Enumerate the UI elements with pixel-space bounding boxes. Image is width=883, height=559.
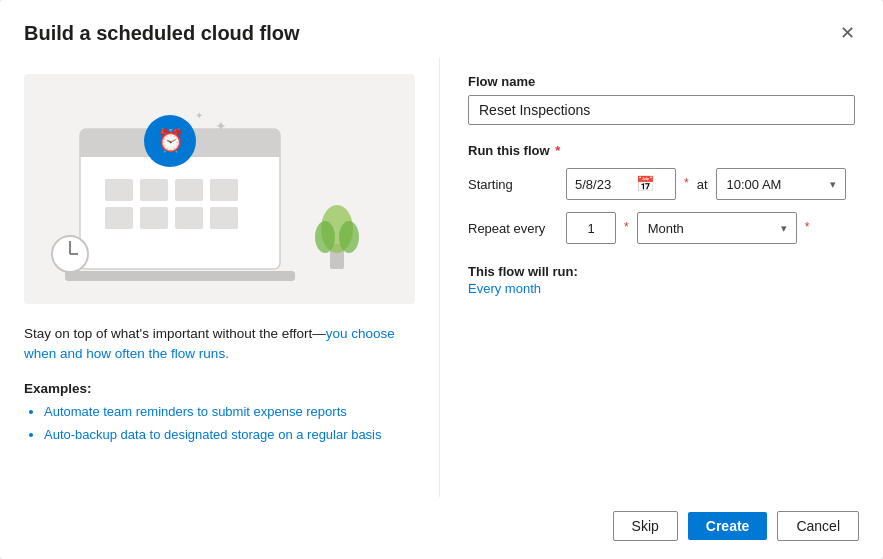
svg-rect-11 xyxy=(65,271,295,281)
at-label: at xyxy=(697,177,708,192)
flow-run-value: Every month xyxy=(468,281,855,296)
flow-run-title: This flow will run: xyxy=(468,264,855,279)
examples-label: Examples: xyxy=(24,381,415,396)
time-select[interactable]: 10:00 AM 11:00 AM 12:00 PM xyxy=(716,168,846,200)
flow-will-run: This flow will run: Every month xyxy=(468,264,855,296)
svg-rect-8 xyxy=(140,207,168,229)
repeat-row: Repeat every * Day Week Month Year ▾ * xyxy=(468,212,855,244)
svg-text:✦: ✦ xyxy=(195,110,203,121)
repeat-label: Repeat every xyxy=(468,221,558,236)
time-select-wrap: 10:00 AM 11:00 AM 12:00 PM ▾ xyxy=(716,168,846,200)
date-required-star: * xyxy=(684,176,689,190)
example-item-2: Auto-backup data to designated storage o… xyxy=(44,425,415,445)
freq-select[interactable]: Day Week Month Year xyxy=(637,212,797,244)
svg-text:✦: ✦ xyxy=(215,118,227,134)
freq-required-star: * xyxy=(805,220,810,234)
svg-rect-7 xyxy=(105,207,133,229)
description-text: Stay on top of what's important without … xyxy=(24,324,415,365)
svg-rect-9 xyxy=(175,207,203,229)
dialog-footer: Skip Create Cancel xyxy=(0,497,883,559)
svg-rect-10 xyxy=(210,207,238,229)
dialog-body: ⏰ ✦ ✦ Stay on top of what's important wi… xyxy=(0,58,883,497)
examples-list: Automate team reminders to submit expens… xyxy=(24,402,415,449)
starting-label: Starting xyxy=(468,177,558,192)
close-button[interactable]: ✕ xyxy=(836,20,859,46)
example-item-1: Automate team reminders to submit expens… xyxy=(44,402,415,422)
svg-rect-4 xyxy=(140,179,168,201)
run-section-label: Run this flow * xyxy=(468,143,855,158)
svg-rect-5 xyxy=(175,179,203,201)
freq-select-wrap: Day Week Month Year ▾ xyxy=(637,212,797,244)
dialog: Build a scheduled cloud flow ✕ xyxy=(0,0,883,559)
dialog-header: Build a scheduled cloud flow ✕ xyxy=(0,0,883,58)
calendar-icon[interactable]: 📅 xyxy=(636,175,655,193)
svg-rect-3 xyxy=(105,179,133,201)
create-button[interactable]: Create xyxy=(688,512,768,540)
date-input[interactable] xyxy=(575,177,630,192)
right-panel: Flow name Run this flow * Starting 📅 * a… xyxy=(440,58,883,497)
svg-text:⏰: ⏰ xyxy=(156,127,184,154)
date-input-wrap: 📅 xyxy=(566,168,676,200)
illustration-box: ⏰ ✦ ✦ xyxy=(24,74,415,304)
svg-point-18 xyxy=(339,221,359,253)
repeat-number-input[interactable] xyxy=(566,212,616,244)
flow-name-input[interactable] xyxy=(468,95,855,125)
cancel-button[interactable]: Cancel xyxy=(777,511,859,541)
skip-button[interactable]: Skip xyxy=(613,511,678,541)
dialog-title: Build a scheduled cloud flow xyxy=(24,22,300,45)
left-panel: ⏰ ✦ ✦ Stay on top of what's important wi… xyxy=(0,58,440,497)
svg-rect-6 xyxy=(210,179,238,201)
required-star: * xyxy=(552,143,561,158)
repeat-required-star: * xyxy=(624,220,629,234)
svg-point-17 xyxy=(315,221,335,253)
illustration-svg: ⏰ ✦ ✦ xyxy=(50,89,390,289)
starting-row: Starting 📅 * at 10:00 AM 11:00 AM 12:00 … xyxy=(468,168,855,200)
flow-name-label: Flow name xyxy=(468,74,855,89)
